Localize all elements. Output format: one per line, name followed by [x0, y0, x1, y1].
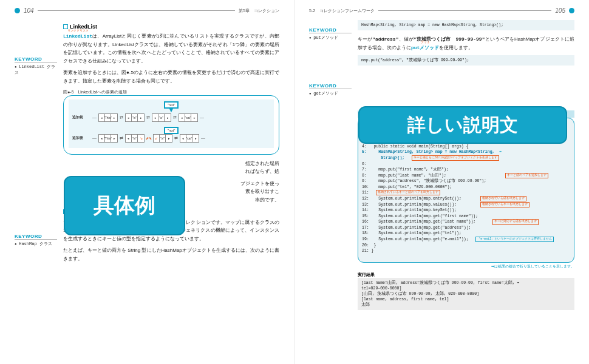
insert-node: "not": [164, 101, 179, 109]
insert-node: "not": [164, 127, 179, 134]
overlay-callout-example: 具体例: [64, 176, 185, 235]
header-rule: [378, 10, 551, 11]
keyword-inline: LinkedList: [63, 33, 92, 39]
ruby-text: リンクドリスト: [63, 28, 92, 33]
ll-node: ◂"is"▸: [125, 113, 145, 122]
body-column-right: HashMap<String, String> map = new HashMa…: [358, 20, 574, 310]
chapter-title-left: 第5章 コレクション: [239, 8, 279, 14]
code-annotation: 「e-mail」というキーのオブジェクトは存在しません: [475, 237, 554, 242]
section-title: LinkedList: [63, 24, 279, 30]
page-header-right: 5-2 コレクションフレームワーク 105: [309, 7, 574, 14]
row-label: 追加後: [72, 135, 87, 141]
code-annotation: キーに対応する値を出力します: [492, 219, 539, 224]
keyword-column-right: KEYWORD putメソッド KEYWORD getメソッド: [309, 20, 352, 310]
keyword-block: KEYWORD getメソッド: [309, 83, 352, 96]
fold-note: ➡は紙面の都合で折り返していることを表します。: [358, 264, 574, 269]
overlay-callout-explanation: 詳しい説明文: [358, 106, 567, 144]
paragraph: キーが"address"、値が"茨城県つくば市 999-99-99"というペアを…: [358, 35, 574, 52]
code-annotation: キーと値ともにString型のマップオブジェクトを生成します: [412, 155, 499, 161]
linkedlist-row-after: 追加後 — ◂"This"▸ ⇄ ◂"is"↘ ⬈⬉ ↙"a"▸ ⇄ ◂"cat…: [72, 134, 270, 143]
page-number-right: 105: [555, 7, 565, 14]
keyword-block: KEYWORD HashMap クラス: [15, 234, 57, 247]
diagram-linkedlist: "not" ▼ 追加前 — ◂"This"▸ ⇄ ◂"is"▸ ⇄ ◂"a"▸ …: [63, 95, 279, 155]
ll-node: ◂"This"▸: [98, 113, 118, 122]
keyword-heading: KEYWORD: [15, 56, 57, 62]
ll-node: ◂"This"▸: [98, 134, 118, 143]
page-dot-icon: [15, 8, 20, 13]
code-snippet: map.put("address", "茨城県つくば市 999-99-99");: [358, 55, 574, 66]
para-text: は、ArrayListと同じく要素が1列に並んでいるリストを実現するクラスですが…: [63, 33, 279, 64]
code-snippet: HashMap<String, String> map = new HashMa…: [358, 20, 574, 30]
page-number-left: 104: [24, 7, 34, 14]
keyword-item: getメソッド: [309, 90, 352, 96]
code-annotation: 格納されている値を出力します: [480, 196, 526, 201]
figure-caption: 図●-5 LinkedListへの要素の追加: [63, 89, 279, 95]
linkedlist-row-before: 追加前 — ◂"This"▸ ⇄ ◂"is"▸ ⇄ ◂"a"▸ ⇄ ◂"cat"…: [72, 113, 270, 122]
paragraph: 要素を追加するときには、図●-5のように左右の要素の情報を変更するだけで済むので…: [63, 69, 279, 85]
keyword-item: putメソッド: [309, 35, 352, 41]
ll-node: ◂"a"▸: [152, 113, 171, 122]
row-label: 追加前: [72, 115, 87, 120]
result-label: 実行結果: [358, 272, 574, 278]
keyword-heading: KEYWORD: [309, 83, 352, 89]
keyword-item: HashMap クラス: [15, 241, 57, 247]
keyword-block: KEYWORD putメソッド: [309, 27, 352, 41]
ll-node: ↙"a"▸: [153, 134, 172, 143]
paragraph-fragment: 指定された場所 ればならず、処: [63, 160, 279, 176]
paragraph: リンクドリストLinkedListは、ArrayListと同じく要素が1列に並ん…: [63, 32, 279, 65]
ll-node: ◂"cat"▸: [179, 113, 198, 122]
keyword-column-left: KEYWORD LinkedList クラス KEYWORD HashMap ク…: [15, 20, 57, 271]
diagram-inner: "not" ▼ 追加前 — ◂"This"▸ ⇄ ◂"is"▸ ⇄ ◂"a"▸ …: [69, 99, 274, 148]
code-annotation: 格納されているキーと値のペアを出力します: [376, 190, 440, 195]
keyword-heading: KEYWORD: [309, 27, 352, 33]
keyword-heading: KEYWORD: [15, 234, 57, 240]
ruby-text: プット: [411, 39, 439, 45]
header-rule: [38, 10, 235, 11]
keyword-item: LinkedList クラス: [15, 64, 57, 76]
keyword-block: KEYWORD LinkedList クラス: [15, 56, 57, 76]
code-annotation: キーと値のペアを追加します: [505, 173, 548, 178]
page-right: 5-2 コレクションフレームワーク 105 KEYWORD putメソッド KE…: [294, 0, 589, 364]
keyword-inline: putメソッド: [411, 45, 439, 50]
ll-node: ◂"is"↘: [125, 134, 145, 143]
page-dot-icon: [569, 8, 574, 13]
code-annotation: 格納されているキーを出力します: [480, 202, 529, 207]
ll-node: ◂"cat"▸: [180, 134, 199, 143]
page-header-left: 104 第5章 コレクション: [15, 7, 279, 14]
chapter-title-right: 5-2 コレクションフレームワーク: [309, 8, 375, 14]
result-output: [last name=山田, address=茨城県つくば市 999-99-99…: [358, 278, 574, 310]
rewire-arrows: ⬈⬉: [146, 136, 152, 140]
paragraph: たとえば、キーと値の両方を String 型にしたHashMapオブジェクトを生…: [63, 246, 279, 263]
